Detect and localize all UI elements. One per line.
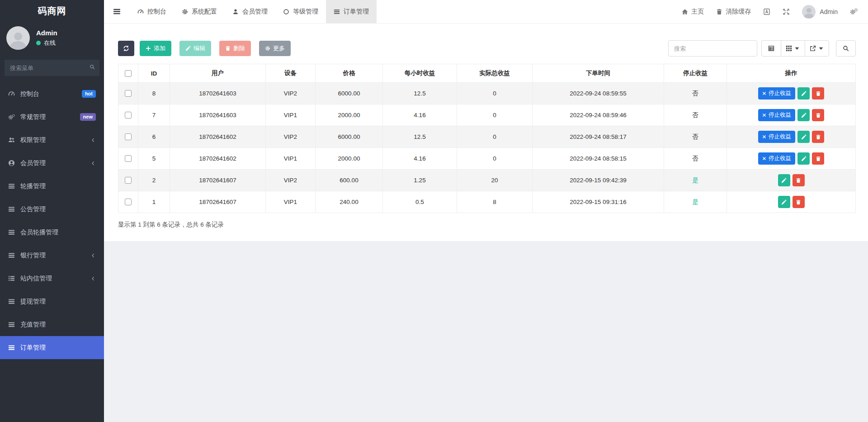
columns-dropdown-button[interactable] bbox=[781, 40, 805, 57]
pencil-icon bbox=[801, 113, 807, 118]
tab-1[interactable]: 控制台 bbox=[130, 0, 174, 23]
language-button[interactable] bbox=[763, 8, 770, 15]
tab-3[interactable]: 会员管理 bbox=[225, 0, 275, 23]
row-checkbox[interactable] bbox=[125, 199, 132, 205]
header-cell: 下单时间 bbox=[533, 64, 664, 83]
sidebar-item-12[interactable]: 订单管理 bbox=[0, 336, 104, 359]
sidebar-item-4[interactable]: 会员管理 bbox=[0, 152, 104, 175]
cogs-icon bbox=[8, 114, 15, 120]
cell-price: 2000.00 bbox=[316, 104, 383, 126]
header-cell: 实际总收益 bbox=[457, 64, 533, 83]
fullscreen-button[interactable] bbox=[783, 8, 790, 15]
table-row: 218702641607VIP2600.001.25202022-09-15 0… bbox=[118, 170, 856, 191]
row-edit-button[interactable] bbox=[778, 174, 790, 186]
sidebar-toggle-button[interactable] bbox=[104, 0, 130, 23]
row-checkbox[interactable] bbox=[125, 112, 132, 119]
row-delete-button[interactable] bbox=[793, 196, 805, 208]
row-delete-button[interactable] bbox=[812, 131, 824, 143]
home-link[interactable]: 主页 bbox=[682, 8, 704, 16]
row-checkbox[interactable] bbox=[125, 177, 132, 184]
sidebar-item-label: 控制台 bbox=[20, 90, 39, 98]
row-delete-button[interactable] bbox=[793, 174, 805, 186]
delete-button[interactable]: 删除 bbox=[219, 41, 251, 56]
search-toggle-button[interactable] bbox=[836, 40, 856, 57]
user-status-label: 在线 bbox=[44, 39, 56, 47]
sidebar-item-1[interactable]: 控制台hot bbox=[0, 82, 104, 105]
sidebar: 码商网 Admin 在线 控制台hot常规管理new权限管理会员管理轮播管理公告… bbox=[0, 0, 104, 422]
tab-4[interactable]: 等级管理 bbox=[275, 0, 326, 23]
refresh-icon bbox=[123, 45, 129, 52]
table-search-input[interactable] bbox=[668, 40, 757, 57]
more-button[interactable]: 更多 bbox=[259, 41, 291, 56]
stop-income-button[interactable]: 停止收益 bbox=[758, 131, 795, 143]
cell-checkbox bbox=[118, 170, 138, 191]
refresh-button[interactable] bbox=[118, 41, 134, 56]
row-delete-button[interactable] bbox=[812, 109, 824, 121]
main-column: 控制台系统配置会员管理等级管理订单管理 主页 清除缓存 bbox=[104, 0, 868, 422]
header-cell: 价格 bbox=[316, 64, 383, 83]
edit-button[interactable]: 编辑 bbox=[179, 41, 211, 56]
row-checkbox[interactable] bbox=[125, 90, 132, 97]
user-menu[interactable]: Admin bbox=[802, 5, 838, 19]
cell-operations: 停止收益 bbox=[727, 148, 856, 170]
row-edit-button[interactable] bbox=[778, 196, 790, 208]
row-checkbox[interactable] bbox=[125, 133, 132, 140]
export-dropdown-button[interactable] bbox=[805, 40, 829, 57]
sidebar-item-10[interactable]: 提现管理 bbox=[0, 290, 104, 313]
row-edit-button[interactable] bbox=[797, 109, 810, 121]
cell-stopped: 是 bbox=[664, 191, 727, 213]
user-name: Admin bbox=[36, 29, 57, 37]
cell-device: VIP1 bbox=[266, 148, 316, 170]
sidebar-item-6[interactable]: 公告管理 bbox=[0, 198, 104, 221]
row-edit-button[interactable] bbox=[797, 87, 810, 100]
content-card: 添加 编辑 删除 更多 bbox=[104, 24, 868, 241]
row-edit-button[interactable] bbox=[797, 152, 810, 165]
trash-icon bbox=[796, 178, 801, 183]
sidebar-item-label: 银行管理 bbox=[20, 251, 46, 260]
stop-income-button[interactable]: 停止收益 bbox=[758, 152, 795, 165]
row-checkbox[interactable] bbox=[125, 155, 132, 162]
toggle-view-button[interactable] bbox=[761, 40, 781, 57]
sidebar-item-7[interactable]: 会员轮播管理 bbox=[0, 221, 104, 244]
cell-id: 2 bbox=[138, 170, 170, 191]
pencil-icon bbox=[781, 178, 787, 183]
cell-hourly-income: 4.16 bbox=[383, 148, 457, 170]
sidebar-item-8[interactable]: 银行管理 bbox=[0, 244, 104, 267]
row-edit-button[interactable] bbox=[797, 131, 810, 143]
sidebar-item-9[interactable]: 站内信管理 bbox=[0, 267, 104, 290]
cell-order-time: 2022-09-15 09:42:39 bbox=[533, 170, 664, 191]
header-cell: ID bbox=[138, 64, 170, 83]
search-icon bbox=[90, 64, 95, 70]
cell-order-time: 2022-09-15 09:31:16 bbox=[533, 191, 664, 213]
clear-cache-link[interactable]: 清除缓存 bbox=[716, 8, 751, 16]
select-all-checkbox[interactable] bbox=[125, 70, 132, 77]
cell-operations: 停止收益 bbox=[727, 104, 856, 126]
cell-id: 1 bbox=[138, 191, 170, 213]
more-label: 更多 bbox=[273, 44, 285, 52]
sidebar-item-5[interactable]: 轮播管理 bbox=[0, 175, 104, 198]
sidebar-item-11[interactable]: 充值管理 bbox=[0, 313, 104, 336]
header-cell: 用户 bbox=[170, 64, 266, 83]
user-status: 在线 bbox=[36, 39, 57, 47]
cell-stopped: 是 bbox=[664, 170, 727, 191]
tab-2[interactable]: 系统配置 bbox=[174, 0, 225, 23]
tab-5[interactable]: 订单管理 bbox=[326, 0, 377, 23]
cell-total-income: 0 bbox=[457, 148, 533, 170]
add-button[interactable]: 添加 bbox=[140, 41, 171, 56]
top-tabs: 控制台系统配置会员管理等级管理订单管理 bbox=[130, 0, 377, 23]
tableview-icon bbox=[768, 45, 774, 52]
cell-device: VIP2 bbox=[266, 126, 316, 148]
stop-income-button[interactable]: 停止收益 bbox=[758, 87, 795, 100]
sidebar-item-3[interactable]: 权限管理 bbox=[0, 128, 104, 152]
settings-button[interactable] bbox=[850, 8, 858, 15]
cell-stopped: 否 bbox=[664, 104, 727, 126]
cell-price: 600.00 bbox=[316, 170, 383, 191]
row-delete-button[interactable] bbox=[812, 152, 824, 165]
header-cell: 设备 bbox=[266, 64, 316, 83]
sidebar-item-label: 会员轮播管理 bbox=[20, 228, 58, 237]
sidebar-item-2[interactable]: 常规管理new bbox=[0, 105, 104, 128]
cell-hourly-income: 12.5 bbox=[383, 83, 457, 104]
row-delete-button[interactable] bbox=[812, 87, 824, 100]
sidebar-search-input[interactable] bbox=[5, 60, 99, 76]
stop-income-button[interactable]: 停止收益 bbox=[758, 109, 795, 121]
